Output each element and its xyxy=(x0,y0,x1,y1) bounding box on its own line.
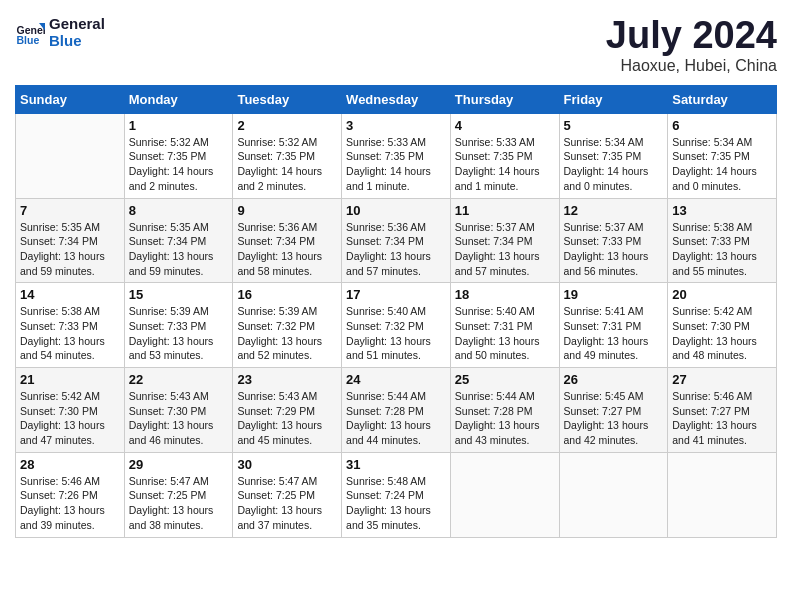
subtitle: Haoxue, Hubei, China xyxy=(606,57,777,75)
calendar-cell: 28Sunrise: 5:46 AM Sunset: 7:26 PM Dayli… xyxy=(16,452,125,537)
calendar-week-row: 1Sunrise: 5:32 AM Sunset: 7:35 PM Daylig… xyxy=(16,113,777,198)
day-info: Sunrise: 5:44 AM Sunset: 7:28 PM Dayligh… xyxy=(346,389,446,448)
day-number: 21 xyxy=(20,372,120,387)
day-info: Sunrise: 5:35 AM Sunset: 7:34 PM Dayligh… xyxy=(20,220,120,279)
day-number: 3 xyxy=(346,118,446,133)
day-info: Sunrise: 5:36 AM Sunset: 7:34 PM Dayligh… xyxy=(346,220,446,279)
calendar-cell: 27Sunrise: 5:46 AM Sunset: 7:27 PM Dayli… xyxy=(668,368,777,453)
day-number: 5 xyxy=(564,118,664,133)
day-number: 30 xyxy=(237,457,337,472)
day-info: Sunrise: 5:42 AM Sunset: 7:30 PM Dayligh… xyxy=(672,304,772,363)
calendar-week-row: 14Sunrise: 5:38 AM Sunset: 7:33 PM Dayli… xyxy=(16,283,777,368)
day-number: 1 xyxy=(129,118,229,133)
calendar-cell: 9Sunrise: 5:36 AM Sunset: 7:34 PM Daylig… xyxy=(233,198,342,283)
weekday-header: Saturday xyxy=(668,85,777,113)
weekday-header: Tuesday xyxy=(233,85,342,113)
calendar-cell: 23Sunrise: 5:43 AM Sunset: 7:29 PM Dayli… xyxy=(233,368,342,453)
header: General Blue General Blue July 2024 Haox… xyxy=(15,15,777,75)
logo-line2: Blue xyxy=(49,32,105,49)
logo: General Blue General Blue xyxy=(15,15,105,49)
day-info: Sunrise: 5:47 AM Sunset: 7:25 PM Dayligh… xyxy=(237,474,337,533)
day-number: 26 xyxy=(564,372,664,387)
calendar-cell: 4Sunrise: 5:33 AM Sunset: 7:35 PM Daylig… xyxy=(450,113,559,198)
day-info: Sunrise: 5:43 AM Sunset: 7:29 PM Dayligh… xyxy=(237,389,337,448)
day-info: Sunrise: 5:38 AM Sunset: 7:33 PM Dayligh… xyxy=(672,220,772,279)
day-info: Sunrise: 5:42 AM Sunset: 7:30 PM Dayligh… xyxy=(20,389,120,448)
day-number: 15 xyxy=(129,287,229,302)
day-info: Sunrise: 5:37 AM Sunset: 7:33 PM Dayligh… xyxy=(564,220,664,279)
calendar-week-row: 28Sunrise: 5:46 AM Sunset: 7:26 PM Dayli… xyxy=(16,452,777,537)
day-number: 7 xyxy=(20,203,120,218)
calendar-table: SundayMondayTuesdayWednesdayThursdayFrid… xyxy=(15,85,777,538)
calendar-cell xyxy=(450,452,559,537)
day-info: Sunrise: 5:44 AM Sunset: 7:28 PM Dayligh… xyxy=(455,389,555,448)
day-number: 25 xyxy=(455,372,555,387)
day-number: 20 xyxy=(672,287,772,302)
day-info: Sunrise: 5:45 AM Sunset: 7:27 PM Dayligh… xyxy=(564,389,664,448)
calendar-week-row: 7Sunrise: 5:35 AM Sunset: 7:34 PM Daylig… xyxy=(16,198,777,283)
calendar-cell: 5Sunrise: 5:34 AM Sunset: 7:35 PM Daylig… xyxy=(559,113,668,198)
day-number: 4 xyxy=(455,118,555,133)
calendar-cell: 30Sunrise: 5:47 AM Sunset: 7:25 PM Dayli… xyxy=(233,452,342,537)
weekday-header: Monday xyxy=(124,85,233,113)
day-number: 18 xyxy=(455,287,555,302)
calendar-cell xyxy=(559,452,668,537)
day-number: 14 xyxy=(20,287,120,302)
calendar-cell: 2Sunrise: 5:32 AM Sunset: 7:35 PM Daylig… xyxy=(233,113,342,198)
day-number: 17 xyxy=(346,287,446,302)
day-number: 24 xyxy=(346,372,446,387)
day-info: Sunrise: 5:39 AM Sunset: 7:33 PM Dayligh… xyxy=(129,304,229,363)
title-area: July 2024 Haoxue, Hubei, China xyxy=(606,15,777,75)
calendar-cell: 31Sunrise: 5:48 AM Sunset: 7:24 PM Dayli… xyxy=(342,452,451,537)
calendar-cell: 3Sunrise: 5:33 AM Sunset: 7:35 PM Daylig… xyxy=(342,113,451,198)
day-info: Sunrise: 5:47 AM Sunset: 7:25 PM Dayligh… xyxy=(129,474,229,533)
calendar-cell xyxy=(16,113,125,198)
calendar-cell: 10Sunrise: 5:36 AM Sunset: 7:34 PM Dayli… xyxy=(342,198,451,283)
weekday-header: Thursday xyxy=(450,85,559,113)
day-number: 27 xyxy=(672,372,772,387)
day-info: Sunrise: 5:38 AM Sunset: 7:33 PM Dayligh… xyxy=(20,304,120,363)
weekday-header-row: SundayMondayTuesdayWednesdayThursdayFrid… xyxy=(16,85,777,113)
day-info: Sunrise: 5:36 AM Sunset: 7:34 PM Dayligh… xyxy=(237,220,337,279)
day-number: 6 xyxy=(672,118,772,133)
calendar-cell: 11Sunrise: 5:37 AM Sunset: 7:34 PM Dayli… xyxy=(450,198,559,283)
day-number: 28 xyxy=(20,457,120,472)
logo-icon: General Blue xyxy=(15,17,45,47)
day-info: Sunrise: 5:41 AM Sunset: 7:31 PM Dayligh… xyxy=(564,304,664,363)
calendar-week-row: 21Sunrise: 5:42 AM Sunset: 7:30 PM Dayli… xyxy=(16,368,777,453)
day-number: 29 xyxy=(129,457,229,472)
day-number: 13 xyxy=(672,203,772,218)
day-number: 8 xyxy=(129,203,229,218)
day-number: 11 xyxy=(455,203,555,218)
day-info: Sunrise: 5:34 AM Sunset: 7:35 PM Dayligh… xyxy=(672,135,772,194)
calendar-cell: 13Sunrise: 5:38 AM Sunset: 7:33 PM Dayli… xyxy=(668,198,777,283)
day-number: 31 xyxy=(346,457,446,472)
calendar-cell: 1Sunrise: 5:32 AM Sunset: 7:35 PM Daylig… xyxy=(124,113,233,198)
day-info: Sunrise: 5:33 AM Sunset: 7:35 PM Dayligh… xyxy=(346,135,446,194)
day-number: 9 xyxy=(237,203,337,218)
calendar-cell: 14Sunrise: 5:38 AM Sunset: 7:33 PM Dayli… xyxy=(16,283,125,368)
calendar-cell: 6Sunrise: 5:34 AM Sunset: 7:35 PM Daylig… xyxy=(668,113,777,198)
calendar-cell: 29Sunrise: 5:47 AM Sunset: 7:25 PM Dayli… xyxy=(124,452,233,537)
day-number: 2 xyxy=(237,118,337,133)
day-number: 10 xyxy=(346,203,446,218)
day-info: Sunrise: 5:46 AM Sunset: 7:27 PM Dayligh… xyxy=(672,389,772,448)
main-title: July 2024 xyxy=(606,15,777,57)
calendar-cell: 7Sunrise: 5:35 AM Sunset: 7:34 PM Daylig… xyxy=(16,198,125,283)
weekday-header: Sunday xyxy=(16,85,125,113)
calendar-cell: 21Sunrise: 5:42 AM Sunset: 7:30 PM Dayli… xyxy=(16,368,125,453)
day-info: Sunrise: 5:43 AM Sunset: 7:30 PM Dayligh… xyxy=(129,389,229,448)
day-info: Sunrise: 5:40 AM Sunset: 7:31 PM Dayligh… xyxy=(455,304,555,363)
day-number: 12 xyxy=(564,203,664,218)
calendar-cell: 18Sunrise: 5:40 AM Sunset: 7:31 PM Dayli… xyxy=(450,283,559,368)
calendar-cell: 12Sunrise: 5:37 AM Sunset: 7:33 PM Dayli… xyxy=(559,198,668,283)
day-number: 16 xyxy=(237,287,337,302)
day-info: Sunrise: 5:33 AM Sunset: 7:35 PM Dayligh… xyxy=(455,135,555,194)
calendar-cell: 16Sunrise: 5:39 AM Sunset: 7:32 PM Dayli… xyxy=(233,283,342,368)
calendar-cell: 17Sunrise: 5:40 AM Sunset: 7:32 PM Dayli… xyxy=(342,283,451,368)
day-number: 19 xyxy=(564,287,664,302)
day-info: Sunrise: 5:35 AM Sunset: 7:34 PM Dayligh… xyxy=(129,220,229,279)
day-info: Sunrise: 5:48 AM Sunset: 7:24 PM Dayligh… xyxy=(346,474,446,533)
day-info: Sunrise: 5:39 AM Sunset: 7:32 PM Dayligh… xyxy=(237,304,337,363)
svg-text:Blue: Blue xyxy=(17,34,40,46)
